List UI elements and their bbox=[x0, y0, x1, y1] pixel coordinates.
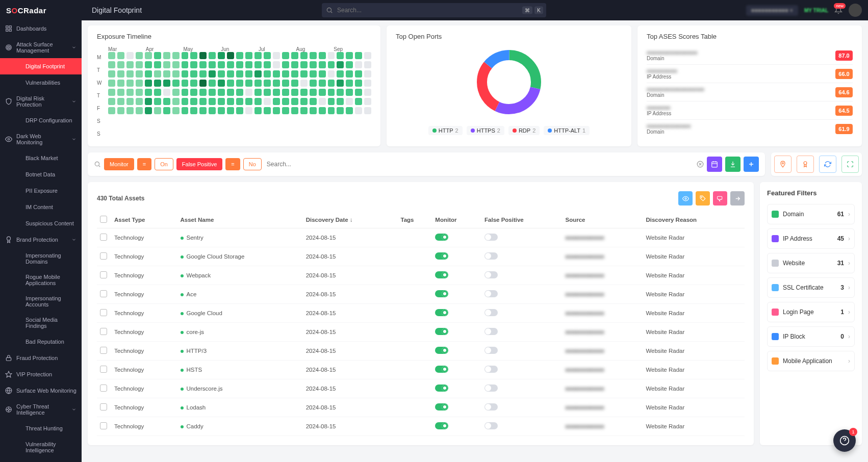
ases-row[interactable]: ■■■■■■■■■■■■■■■Domain87.0 bbox=[647, 46, 853, 65]
heatmap-cell[interactable] bbox=[172, 80, 180, 87]
heatmap-cell[interactable] bbox=[163, 80, 170, 87]
sidebar-item-suspicious-content[interactable]: Suspicious Content bbox=[0, 215, 82, 232]
monitor-toggle[interactable]: ✓ bbox=[435, 328, 448, 335]
notifications-icon[interactable]: new bbox=[834, 6, 843, 14]
heatmap-cell[interactable] bbox=[182, 70, 189, 78]
trial-badge[interactable]: MY TRIAL bbox=[804, 8, 828, 13]
heatmap-cell[interactable] bbox=[182, 98, 189, 105]
heatmap-cell[interactable] bbox=[254, 107, 262, 114]
table-row[interactable]: Technologycore-js2024-08-15✓■■■■■■■■■■■W… bbox=[97, 323, 745, 342]
heatmap-cell[interactable] bbox=[218, 70, 225, 78]
heatmap-cell[interactable] bbox=[209, 61, 216, 68]
sidebar-item-digital-footprint[interactable]: Digital Footprint bbox=[0, 58, 82, 74]
heatmap-cell[interactable] bbox=[209, 98, 216, 105]
heatmap-cell[interactable] bbox=[328, 107, 335, 114]
sidebar-item-black-market[interactable]: Black Market bbox=[0, 150, 82, 166]
heatmap-cell[interactable] bbox=[182, 52, 189, 59]
heatmap-cell[interactable] bbox=[254, 52, 262, 59]
heatmap-cell[interactable] bbox=[364, 107, 371, 114]
heatmap-cell[interactable] bbox=[236, 70, 243, 78]
heatmap-cell[interactable] bbox=[136, 61, 143, 68]
heatmap-cell[interactable] bbox=[227, 107, 234, 114]
heatmap-cell[interactable] bbox=[291, 52, 298, 59]
heatmap-cell[interactable] bbox=[126, 61, 134, 68]
heatmap-cell[interactable] bbox=[300, 107, 308, 114]
heatmap-cell[interactable] bbox=[355, 98, 362, 105]
heatmap-cell[interactable] bbox=[355, 52, 362, 59]
heatmap-cell[interactable] bbox=[337, 70, 344, 78]
heatmap-cell[interactable] bbox=[190, 107, 197, 114]
heatmap-cell[interactable] bbox=[172, 98, 180, 105]
heatmap-cell[interactable] bbox=[273, 70, 280, 78]
heatmap-cell[interactable] bbox=[172, 52, 180, 59]
monitor-toggle[interactable]: ✓ bbox=[435, 271, 448, 278]
row-checkbox[interactable] bbox=[100, 309, 107, 316]
heatmap-cell[interactable] bbox=[136, 70, 143, 78]
sidebar-item-drp-configuration[interactable]: DRP Configuration bbox=[0, 112, 82, 129]
heatmap-cell[interactable] bbox=[136, 107, 143, 114]
row-checkbox[interactable] bbox=[100, 366, 107, 373]
heatmap-cell[interactable] bbox=[145, 61, 152, 68]
heatmap-cell[interactable] bbox=[245, 80, 252, 87]
heatmap-cell[interactable] bbox=[346, 70, 353, 78]
heatmap-cell[interactable] bbox=[264, 70, 271, 78]
falsepositive-toggle[interactable] bbox=[484, 347, 498, 354]
heatmap-cell[interactable] bbox=[218, 98, 225, 105]
heatmap-cell[interactable] bbox=[245, 52, 252, 59]
heatmap-cell[interactable] bbox=[154, 80, 161, 87]
monitor-toggle[interactable]: ✓ bbox=[435, 366, 448, 373]
featured-filter-row[interactable]: Mobile Application› bbox=[767, 351, 855, 371]
heatmap-cell[interactable] bbox=[136, 89, 143, 96]
heatmap-cell[interactable] bbox=[190, 61, 197, 68]
heatmap-cell[interactable] bbox=[310, 89, 317, 96]
row-checkbox[interactable] bbox=[100, 271, 107, 278]
heatmap-cell[interactable] bbox=[117, 98, 124, 105]
heatmap-cell[interactable] bbox=[273, 61, 280, 68]
sidebar-item-fraud-protection[interactable]: Fraud Protection bbox=[0, 350, 82, 366]
heatmap-cell[interactable] bbox=[199, 107, 207, 114]
heatmap-cell[interactable] bbox=[319, 89, 326, 96]
heatmap-cell[interactable] bbox=[218, 80, 225, 87]
sidebar-item-social-media-findings[interactable]: Social Media Findings bbox=[0, 312, 82, 333]
heatmap-cell[interactable] bbox=[273, 107, 280, 114]
heatmap-cell[interactable] bbox=[136, 52, 143, 59]
heatmap-cell[interactable] bbox=[310, 61, 317, 68]
featured-filter-row[interactable]: IP Block0› bbox=[767, 326, 855, 347]
heatmap-cell[interactable] bbox=[319, 61, 326, 68]
sidebar-item-impersonating-accounts[interactable]: Impersonating Accounts bbox=[0, 291, 82, 312]
heatmap-cell[interactable] bbox=[236, 52, 243, 59]
heatmap-cell[interactable] bbox=[319, 80, 326, 87]
heatmap-cell[interactable] bbox=[291, 107, 298, 114]
maximize-icon[interactable] bbox=[841, 156, 859, 173]
heatmap-cell[interactable] bbox=[182, 107, 189, 114]
heatmap-cell[interactable] bbox=[218, 89, 225, 96]
heatmap-cell[interactable] bbox=[364, 61, 371, 68]
heatmap-cell[interactable] bbox=[364, 98, 371, 105]
heatmap-cell[interactable] bbox=[117, 70, 124, 78]
heatmap-cell[interactable] bbox=[117, 89, 124, 96]
heatmap-cell[interactable] bbox=[310, 98, 317, 105]
table-row[interactable]: TechnologyAce2024-08-15✓■■■■■■■■■■■Websi… bbox=[97, 285, 745, 304]
heatmap-cell[interactable] bbox=[328, 61, 335, 68]
heatmap-cell[interactable] bbox=[190, 98, 197, 105]
heatmap-cell[interactable] bbox=[145, 80, 152, 87]
monitor-toggle[interactable]: ✓ bbox=[435, 384, 448, 392]
sidebar-item-vulnerability-intelligence[interactable]: Vulnerability Intelligence bbox=[0, 437, 82, 458]
refresh-icon[interactable] bbox=[819, 156, 836, 173]
falsepositive-toggle[interactable] bbox=[484, 422, 498, 429]
heatmap-cell[interactable] bbox=[117, 52, 124, 59]
monitor-toggle[interactable]: ✓ bbox=[435, 252, 448, 260]
falsepositive-toggle[interactable] bbox=[484, 309, 498, 316]
award-icon[interactable] bbox=[797, 156, 814, 173]
heatmap-cell[interactable] bbox=[199, 89, 207, 96]
heatmap-cell[interactable] bbox=[291, 89, 298, 96]
heatmap-cell[interactable] bbox=[227, 70, 234, 78]
table-header[interactable]: Discovery Reason bbox=[643, 212, 745, 228]
sidebar-item-threat-hunting[interactable]: Threat Hunting bbox=[0, 420, 82, 437]
heatmap-cell[interactable] bbox=[126, 107, 134, 114]
falsepositive-toggle[interactable] bbox=[484, 403, 498, 410]
heatmap-cell[interactable] bbox=[227, 61, 234, 68]
sidebar-item-impersonating-domains[interactable]: Impersonating Domains bbox=[0, 248, 82, 269]
sidebar-item-vulnerabilities[interactable]: Vulnerabilities bbox=[0, 74, 82, 91]
heatmap-cell[interactable] bbox=[273, 52, 280, 59]
